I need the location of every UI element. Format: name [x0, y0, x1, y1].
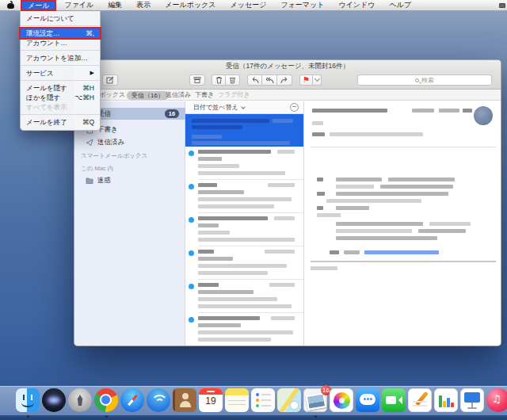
menu-separator — [21, 50, 100, 51]
submenu-arrow-icon: ▶ — [90, 68, 94, 78]
junk-icon — [229, 76, 236, 84]
message-row-selected[interactable] — [185, 114, 303, 147]
divider — [311, 147, 496, 147]
unread-dot — [189, 151, 194, 156]
search-field[interactable]: 検索 — [357, 74, 492, 86]
menu-item-preferences[interactable]: 環境設定…⌘, — [21, 29, 100, 38]
compose-button[interactable] — [102, 74, 118, 86]
reply-icon — [250, 77, 259, 84]
mailbox-sidebar: 受信 16 下書き 送信済み スマートメールボックス この Mac 内 迷惑 — [74, 101, 185, 346]
dock-bottom-edge — [0, 415, 507, 420]
dock-icon-mail[interactable]: 16 — [303, 388, 327, 412]
dock: 19 16 — [16, 388, 507, 412]
dock-icon-itunes[interactable] — [486, 388, 507, 412]
dock-icon-safari[interactable] — [120, 388, 144, 412]
flag-button[interactable]: ⚑ — [299, 74, 313, 86]
calendar-header — [199, 388, 223, 395]
dock-icon-contacts[interactable] — [173, 388, 196, 412]
reply-button[interactable] — [247, 74, 262, 86]
menubar-item-message[interactable]: メッセージ — [223, 0, 274, 10]
reply-all-button[interactable] — [262, 74, 277, 86]
unread-dot — [189, 284, 194, 289]
menubar-item-mailbox[interactable]: メールボックス — [158, 0, 223, 10]
trash-button[interactable] — [212, 74, 226, 86]
sidebar-item-junk[interactable]: 迷惑 — [74, 174, 185, 186]
junk-button[interactable] — [226, 74, 240, 86]
message-row[interactable] — [185, 246, 303, 280]
dock-icon-chrome[interactable] — [94, 388, 118, 412]
dock-icon-numbers[interactable] — [434, 388, 458, 412]
dock-icon-launchpad[interactable] — [68, 388, 92, 412]
dock-icon-notes[interactable] — [225, 388, 249, 412]
menubar-item-window[interactable]: ウインドウ — [331, 0, 382, 10]
menubar-item-mail[interactable]: メール — [21, 0, 56, 11]
trash-icon — [215, 76, 223, 84]
message-row[interactable] — [185, 280, 303, 313]
sidebar-header-on-my-mac: この Mac 内 — [81, 165, 113, 173]
link-placeholder[interactable] — [364, 250, 439, 254]
message-row[interactable] — [185, 313, 303, 346]
menubar-item-file[interactable]: ファイル — [57, 0, 101, 10]
message-row[interactable] — [185, 213, 303, 246]
sort-bar[interactable]: 日付で並べ替え — [185, 101, 303, 114]
menu-item-add-account[interactable]: アカウントを追加… — [21, 53, 100, 63]
dock-icon-keynote[interactable] — [460, 388, 484, 412]
dock-icon-facetime[interactable] — [382, 388, 406, 412]
sort-label: 日付で並べ替え — [193, 103, 238, 112]
dock-icon-calendar[interactable]: 19 — [199, 388, 223, 412]
mail-window: 受信（17件のメッセージ、未開封16件） — [74, 59, 501, 346]
menu-item-hide-others[interactable]: ほかを隠す⌥⌘H — [21, 93, 100, 102]
menu-separator — [21, 65, 100, 66]
fav-sent[interactable]: 送信済み — [166, 90, 191, 101]
flag-icon: ⚑ — [303, 76, 310, 84]
menubar-item-edit[interactable]: 編集 — [101, 0, 129, 10]
menu-item-show-all: すべてを表示 — [21, 102, 100, 112]
apple-menu-icon[interactable] — [7, 2, 14, 9]
window-titlebar[interactable]: 受信（17件のメッセージ、未開封16件） — [74, 60, 501, 71]
flag-dropdown-button[interactable] — [313, 74, 322, 86]
menu-separator — [21, 25, 100, 26]
dock-icon-finder[interactable] — [16, 388, 40, 412]
forward-button[interactable] — [277, 74, 292, 86]
sidebar-item-label: 送信済み — [97, 138, 124, 147]
search-icon — [415, 78, 419, 82]
dock-icon-siri[interactable] — [42, 388, 66, 412]
reply-all-icon — [265, 77, 274, 84]
fav-inbox[interactable]: 受信（16） — [127, 91, 169, 100]
dock-icon-pages[interactable] — [408, 388, 432, 412]
dock-icon-airport-utility[interactable] — [147, 388, 170, 412]
menubar-item-format[interactable]: フォーマット — [273, 0, 331, 10]
dock-icon-photos[interactable] — [330, 388, 353, 412]
window-title: 受信（17件のメッセージ、未開封16件） — [226, 62, 349, 70]
dock-icon-reminders[interactable] — [251, 388, 275, 412]
fav-drafts[interactable]: 下書き — [195, 90, 214, 101]
battery-icon[interactable] — [499, 3, 505, 8]
menu-item-quit-mail[interactable]: メールを終了⌘Q — [21, 117, 100, 127]
compose-icon — [106, 76, 114, 84]
sidebar-header-smart-mailboxes: スマートメールボックス — [81, 152, 147, 160]
filter-icon[interactable] — [290, 103, 299, 112]
calendar-day: 19 — [199, 395, 223, 407]
menubar-item-view[interactable]: 表示 — [129, 0, 158, 10]
menu-item-services[interactable]: サービス▶ — [21, 68, 100, 78]
sidebar-item-sent[interactable]: 送信済み — [74, 136, 185, 148]
chevron-down-icon — [241, 105, 246, 109]
menu-item-hide-mail[interactable]: メールを隠す⌘H — [21, 83, 100, 93]
archive-button[interactable] — [189, 74, 205, 86]
menu-bar: メール ファイル 編集 表示 メールボックス メッセージ フォーマット ウインド… — [0, 0, 507, 11]
favorites-bar: メールボックス 受信（16） 送信済み 下書き フラグ付き — [74, 90, 501, 101]
message-row[interactable] — [185, 147, 303, 180]
inbox-unread-badge: 16 — [165, 109, 179, 118]
menubar-item-help[interactable]: ヘルプ — [383, 0, 419, 10]
message-row[interactable] — [185, 180, 303, 213]
dock-icon-maps[interactable] — [277, 388, 301, 412]
menu-item-about-mail[interactable]: メールについて — [21, 13, 100, 23]
running-indicator-finder — [27, 415, 29, 418]
menu-item-accounts[interactable]: アカウント… — [21, 38, 100, 48]
mail-menu-dropdown: メールについて 環境設定…⌘, アカウント… アカウントを追加… サービス▶ メ… — [20, 11, 101, 131]
toolbar: ⚑ 検索 — [74, 71, 501, 90]
archive-icon — [193, 76, 201, 84]
menu-separator — [21, 114, 100, 115]
fav-flagged[interactable]: フラグ付き — [218, 90, 250, 101]
dock-icon-messages[interactable] — [356, 388, 379, 412]
